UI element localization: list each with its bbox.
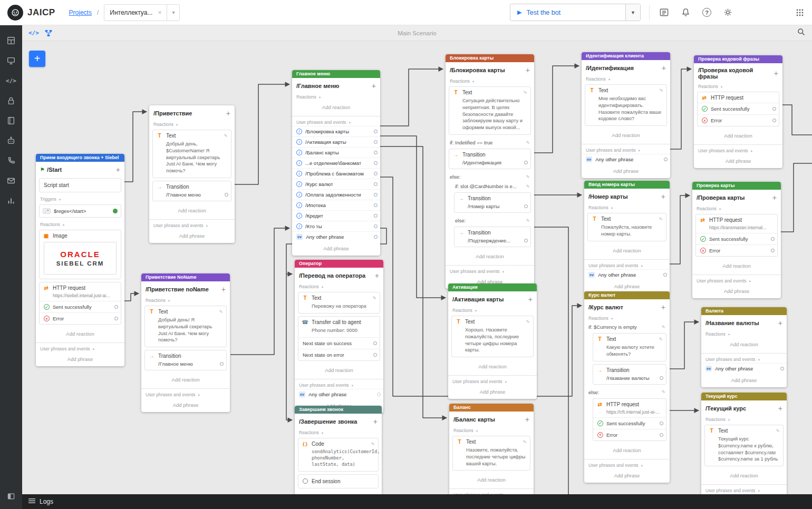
condition-row[interactable]: if: slot @CardNumber is e...✎ — [446, 181, 534, 191]
connection-port[interactable] — [225, 193, 228, 197]
connection-wire[interactable] — [376, 69, 443, 126]
connection-port[interactable] — [524, 204, 528, 208]
search-icon[interactable] — [797, 27, 806, 38]
sidebar-item-knowledge[interactable] — [0, 111, 22, 131]
section-label[interactable]: User phrases and events▴ — [149, 219, 235, 229]
condition-row[interactable]: else:✎ — [584, 387, 670, 397]
add-block-icon[interactable]: + — [662, 64, 666, 72]
section-label[interactable]: Reactions▴ — [584, 203, 670, 211]
app-logo-icon[interactable] — [7, 5, 23, 21]
state-title[interactable]: /Номер карты+ — [584, 189, 670, 203]
add-block-icon[interactable]: + — [372, 82, 376, 90]
connection-wire[interactable] — [235, 84, 289, 184]
intent-item[interactable]: i/Оплата задолженности — [292, 189, 380, 200]
transition-reaction[interactable]: →Transition/Главное меню — [152, 181, 231, 201]
edit-icon[interactable]: ✎ — [523, 90, 527, 95]
add-reaction-button[interactable]: Add reaction — [701, 469, 787, 483]
state-title[interactable]: ⚑/Start+ — [36, 162, 124, 177]
section-label[interactable]: Reactions▴ — [141, 296, 230, 304]
state-title[interactable]: /Проверка карты+ — [692, 190, 781, 204]
connection-port[interactable] — [374, 224, 378, 228]
state-title[interactable]: /Идентификация+ — [582, 60, 670, 75]
intent-item[interactable]: i/Курс валют — [292, 179, 380, 189]
sidebar-item-security-lock[interactable] — [0, 91, 22, 111]
section-label[interactable]: Reactions▴ — [701, 415, 787, 423]
group-header[interactable]: Текущий курс — [701, 393, 787, 400]
test-bot-dropdown[interactable]: ▼ — [625, 4, 640, 21]
section-label[interactable]: User phrases and events▴ — [694, 144, 782, 154]
sidebar-item-dashboard[interactable] — [0, 31, 22, 51]
section-label[interactable]: Reactions▴ — [701, 330, 787, 338]
add-phrase-button[interactable]: Add phrase — [582, 164, 670, 178]
connection-wire[interactable] — [779, 105, 812, 135]
edit-icon[interactable]: ✎ — [659, 88, 663, 93]
edit-icon[interactable]: ✎ — [372, 296, 376, 301]
changelog-icon[interactable] — [659, 7, 669, 17]
project-breadcrumb-main[interactable]: Интеллектуа... × — [104, 9, 167, 16]
section-label[interactable]: Reactions▴ — [295, 282, 383, 290]
http-reaction[interactable]: ⇄HTTP request✓Sent successfully×Error — [697, 92, 779, 126]
edit-icon[interactable]: ✎ — [526, 140, 530, 145]
connection-port[interactable] — [374, 193, 378, 197]
section-label[interactable]: User phrases and events▴ — [36, 342, 124, 353]
add-phrase-button[interactable]: Add phrase — [692, 285, 781, 298]
connection-port[interactable] — [374, 161, 378, 165]
http-reaction[interactable]: ⇄HTTP requesthttps://cft.internal.just-a… — [593, 398, 666, 441]
add-reaction-button[interactable]: Add reaction — [446, 250, 534, 263]
section-label[interactable]: User phrases and events▴ — [141, 388, 230, 398]
condition-row[interactable]: else:✎ — [446, 172, 534, 181]
add-reaction-button[interactable]: Add reaction — [701, 338, 787, 351]
sidebar-item-editor[interactable]: </> — [0, 71, 22, 91]
add-block-icon[interactable]: + — [778, 404, 782, 413]
scenario-card[interactable]: Прием входящего звонка + Siebel⚑/Start+S… — [36, 154, 124, 366]
state-title[interactable]: /Активация карты+ — [448, 291, 537, 306]
connection-port[interactable] — [660, 422, 663, 425]
section-label[interactable]: Reactions▴ — [292, 93, 380, 101]
connection-wire[interactable] — [669, 195, 690, 264]
connection-port[interactable] — [377, 393, 381, 396]
sidebar-item-analytics[interactable] — [0, 191, 22, 211]
group-header[interactable]: Валюта — [701, 307, 787, 315]
add-block-icon[interactable]: + — [375, 271, 379, 280]
apps-grid-icon[interactable] — [795, 8, 805, 17]
group-header[interactable]: Ввод номера карты — [584, 181, 670, 189]
state-title[interactable]: /Завершение звонка+ — [295, 414, 382, 428]
http-reaction[interactable]: ⇄HTTP requesthttps://siebel.intenal.just… — [39, 282, 121, 325]
connection-port[interactable] — [373, 353, 377, 357]
state-title[interactable]: /Баланс карты+ — [449, 412, 534, 426]
sidebar-item-telephony[interactable] — [0, 151, 22, 171]
any-other-phrase[interactable]: evAny other phrase — [295, 389, 383, 399]
edit-icon[interactable]: ✎ — [661, 325, 665, 330]
section-label[interactable]: Reactions▴ — [449, 426, 534, 434]
code-reaction[interactable]: {}Code✎sendAnalytics(CustomerId, phoneNu… — [298, 438, 379, 472]
test-bot-main[interactable]: ▶ Test the bot — [510, 4, 625, 21]
group-header[interactable]: Главное меню — [292, 70, 380, 78]
section-label[interactable]: User phrases and events▴ — [584, 459, 670, 469]
add-block-icon[interactable]: + — [373, 417, 378, 426]
connection-port[interactable] — [660, 433, 663, 437]
group-header[interactable]: Прием входящего звонка + Siebel — [36, 154, 124, 162]
connection-wire[interactable] — [230, 228, 289, 355]
text-reaction[interactable]: TText✎Пожалуйста, назовите номер карты. — [587, 213, 666, 241]
connection-port[interactable] — [373, 341, 377, 345]
add-reaction-button[interactable]: Add reaction — [295, 364, 383, 377]
state-title[interactable]: /Главное меню+ — [292, 78, 380, 93]
scenario-card[interactable]: Главное меню/Главное меню+Reactions▴Add … — [292, 70, 380, 256]
add-block-icon[interactable]: + — [774, 69, 778, 77]
notifications-bell-icon[interactable] — [681, 7, 691, 17]
intent-item[interactable]: i/Кредит — [292, 210, 380, 221]
intent-item[interactable]: i/Ипотека — [292, 200, 380, 210]
section-label[interactable]: Reactions▴ — [694, 82, 782, 90]
scenario-card[interactable]: Курс валют/Курс валют+Reactions▴if: $Cur… — [584, 291, 670, 483]
connection-port[interactable] — [374, 203, 378, 207]
scenario-card[interactable]: /Приветствие+Reactions▴TText✎Добрый день… — [149, 105, 235, 243]
state-title[interactable]: /Текущий курс+ — [701, 400, 787, 415]
state-title[interactable]: /Перевод на оператора+ — [295, 268, 383, 282]
connection-wire[interactable] — [376, 136, 446, 298]
section-label[interactable]: Reactions▴ — [149, 120, 235, 128]
connection-port[interactable] — [772, 107, 776, 111]
add-reaction-button[interactable]: Add reaction — [448, 360, 537, 374]
connection-port[interactable] — [663, 273, 667, 277]
connection-wire[interactable] — [669, 322, 699, 369]
group-header[interactable]: Оператор — [295, 260, 383, 268]
